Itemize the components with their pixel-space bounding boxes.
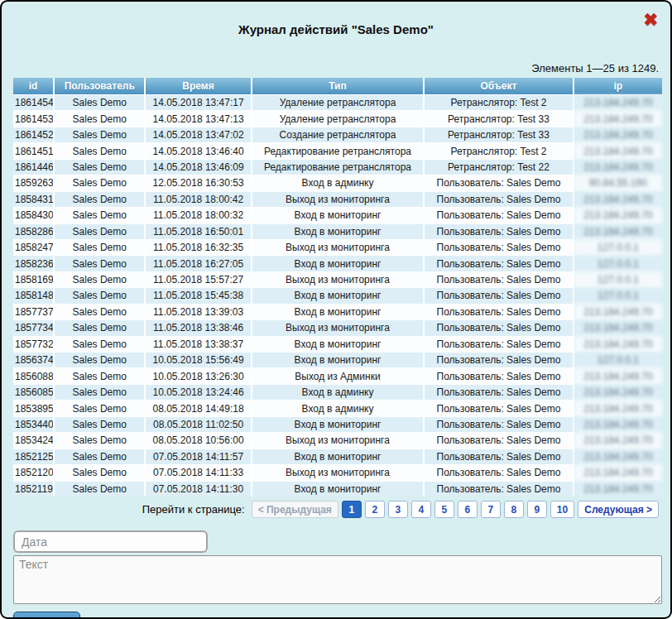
cell-user: Sales Demo	[55, 401, 146, 416]
cell-time: 14.05.2018 13:47:02	[146, 127, 252, 143]
page-title: Журнал действий "Sales Demo"	[13, 2, 659, 36]
table-row: 1853895Sales Demo08.05.2018 14:49:18Вход…	[13, 401, 662, 416]
cell-object: Пользователь: Sales Demo	[425, 449, 574, 465]
cell-user: Sales Demo	[55, 208, 146, 223]
page-button-7[interactable]: 7	[481, 501, 501, 518]
page-button-5[interactable]: 5	[434, 501, 454, 518]
cell-id: 1857732	[13, 337, 55, 353]
cell-object: Пользователь: Sales Demo	[425, 353, 574, 368]
table-row: 1861453Sales Demo14.05.2018 13:47:13Удал…	[13, 111, 662, 127]
table-row: 1857732Sales Demo11.05.2018 13:38:37Вход…	[13, 337, 662, 353]
cell-id: 1861452	[13, 127, 55, 143]
cell-time: 11.05.2018 13:39:03	[146, 305, 252, 320]
next-page-button[interactable]: Следующая >	[578, 501, 659, 518]
cell-time: 08.05.2018 11:02:50	[146, 417, 252, 433]
cell-ip: 127.0.0.1	[574, 256, 662, 271]
cell-time: 08.05.2018 10:56:00	[146, 433, 252, 449]
cell-time: 11.05.2018 15:45:38	[146, 288, 252, 304]
cell-object: Пользователь: Sales Demo	[425, 208, 574, 223]
cell-object: Пользователь: Sales Demo	[425, 482, 574, 497]
cell-object: Ретранслятор: Test 22	[425, 160, 574, 175]
cell-type: Вход в мониторинг	[252, 305, 425, 320]
cell-time: 14.05.2018 13:47:13	[146, 111, 252, 127]
cell-object: Пользователь: Sales Demo	[425, 465, 574, 481]
cell-ip: 213.184.249.70	[574, 160, 662, 175]
table-row: 1856374Sales Demo10.05.2018 15:56:49Вход…	[13, 353, 662, 368]
cell-type: Выход из мониторинга	[252, 192, 425, 208]
add-button[interactable]: Добавить	[13, 612, 80, 619]
page-button-6[interactable]: 6	[458, 501, 478, 518]
cell-time: 08.05.2018 14:49:18	[146, 401, 252, 416]
action-log-modal: ✖ Журнал действий "Sales Demo" Элементы …	[0, 0, 672, 619]
cell-object: Пользователь: Sales Demo	[425, 305, 574, 320]
cell-id: 1859263	[13, 175, 55, 191]
cell-type: Вход в мониторинг	[252, 337, 425, 353]
cell-id: 1858148	[13, 288, 55, 304]
cell-user: Sales Demo	[55, 368, 146, 384]
cell-id: 1857737	[13, 305, 55, 320]
column-header-3: Тип	[252, 78, 425, 95]
page-button-3[interactable]: 3	[388, 501, 408, 518]
cell-type: Вход в мониторинг	[252, 449, 425, 465]
table-row: 1853440Sales Demo08.05.2018 11:02:50Вход…	[13, 417, 662, 433]
cell-type: Вход в мониторинг	[252, 417, 425, 433]
table-row: 1861452Sales Demo14.05.2018 13:47:02Созд…	[13, 127, 662, 143]
cell-id: 1858236	[13, 256, 55, 271]
cell-time: 07.05.2018 14:11:33	[146, 465, 252, 481]
cell-type: Выход из Админки	[252, 368, 425, 384]
cell-ip: 213.184.249.70	[574, 433, 662, 449]
date-input[interactable]	[13, 530, 208, 553]
table-header-row: idПользовательВремяТипОбъектip	[13, 78, 662, 95]
cell-ip: 213.184.249.70	[574, 449, 662, 465]
cell-object: Пользователь: Sales Demo	[425, 175, 574, 191]
cell-time: 07.05.2018 14:11:30	[146, 482, 252, 497]
page-button-2[interactable]: 2	[365, 501, 385, 518]
cell-ip: 213.184.249.70	[574, 337, 662, 353]
cell-time: 11.05.2018 16:32:35	[146, 240, 252, 256]
prev-page-button[interactable]: < Предыдущая	[252, 501, 338, 518]
cell-id: 1861454	[13, 95, 55, 111]
cell-ip: 127.0.0.1	[574, 272, 662, 288]
page-button-8[interactable]: 8	[504, 501, 524, 518]
close-icon[interactable]: ✖	[643, 11, 658, 28]
cell-time: 11.05.2018 16:50:01	[146, 224, 252, 240]
page-button-4[interactable]: 4	[411, 501, 431, 518]
cell-object: Ретранслятор: Test 33	[425, 127, 574, 143]
cell-object: Ретранслятор: Test 2	[425, 95, 574, 111]
table-row: 1861454Sales Demo14.05.2018 13:47:17Удал…	[13, 95, 662, 111]
cell-user: Sales Demo	[55, 337, 146, 353]
cell-ip: 213.184.249.70	[574, 127, 662, 143]
cell-type: Выход из мониторинга	[252, 272, 425, 288]
table-row: 1859263Sales Demo12.05.2018 16:30:53Вход…	[13, 175, 662, 191]
page-button-9[interactable]: 9	[527, 501, 547, 518]
table-row: 1856085Sales Demo10.05.2018 13:24:46Вход…	[13, 385, 662, 401]
cell-user: Sales Demo	[55, 482, 146, 497]
cell-time: 11.05.2018 18:00:42	[146, 192, 252, 208]
table-row: 1857734Sales Demo11.05.2018 13:38:46Выхо…	[13, 320, 662, 336]
cell-object: Пользователь: Sales Demo	[425, 433, 574, 449]
cell-id: 1852120	[13, 465, 55, 481]
table-row: 1858430Sales Demo11.05.2018 18:00:32Вход…	[13, 208, 662, 223]
cell-time: 14.05.2018 13:46:40	[146, 143, 252, 159]
page-button-10[interactable]: 10	[550, 501, 574, 518]
cell-type: Вход в мониторинг	[252, 353, 425, 368]
cell-object: Пользователь: Sales Demo	[425, 256, 574, 271]
cell-type: Выход из мониторинга	[252, 465, 425, 481]
cell-ip: 213.184.249.70	[574, 305, 662, 320]
items-counter: Элементы 1—25 из 1249.	[13, 62, 659, 74]
text-input[interactable]	[13, 555, 662, 604]
cell-id: 1853440	[13, 417, 55, 433]
cell-object: Пользователь: Sales Demo	[425, 192, 574, 208]
cell-type: Вход в админку	[252, 401, 425, 416]
cell-id: 1861451	[13, 143, 55, 159]
cell-ip: 127.0.0.1	[574, 240, 662, 256]
cell-id: 1852125	[13, 449, 55, 465]
cell-time: 14.05.2018 13:46:09	[146, 160, 252, 175]
column-header-2: Время	[146, 78, 252, 95]
cell-type: Вход в мониторинг	[252, 288, 425, 304]
cell-time: 12.05.2018 16:30:53	[146, 175, 252, 191]
cell-ip: 213.184.249.70	[574, 224, 662, 240]
cell-ip: 213.184.249.70	[574, 320, 662, 336]
cell-user: Sales Demo	[55, 95, 146, 111]
page-button-1[interactable]: 1	[342, 501, 362, 518]
